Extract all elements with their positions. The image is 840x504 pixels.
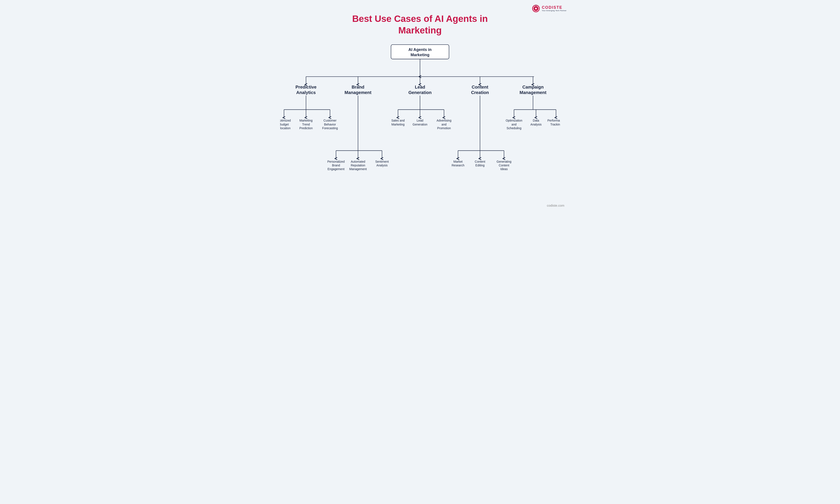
l2-trend-2: Trend (302, 123, 310, 126)
l2-editing-2: Editing (475, 164, 484, 167)
l2-optim-2: and (512, 123, 517, 126)
l2-market-1: Market (453, 160, 463, 163)
l1-brand-2: Management (344, 90, 372, 95)
root-label-line2: Marketing (411, 53, 429, 57)
l1-campaign-1: Campaign (522, 85, 543, 89)
l1-predictive-1: Predictive (296, 85, 317, 89)
l2-personalized-1: Personalized (327, 160, 344, 163)
main-title: Best Use Cases of AI Agents in Marketing (280, 13, 560, 36)
l1-content-1: Content (471, 85, 488, 89)
l1-lead-1: Lead (415, 85, 425, 89)
l2-generating-3: Ideas (500, 167, 508, 171)
logo-name: CODISTE (542, 5, 567, 10)
svg-point-2 (535, 8, 537, 10)
l2-leadgen-2: Generation (413, 123, 427, 126)
l2-automated-1: Automated (351, 160, 365, 163)
l2-behavior-2: Behavior (324, 123, 336, 126)
l1-content-2: Creation (471, 90, 489, 95)
l2-advert-2: and (442, 123, 446, 126)
l2-sales-2: Marketing (391, 123, 405, 126)
l2-behavior-3: Forecasting (322, 127, 338, 130)
l2-perf-2: Tracking (550, 123, 560, 126)
l2-personalized-2: Brand (332, 164, 340, 167)
l2-sentiment-2: Analysis (376, 164, 388, 167)
l2-personalized-3: Engagement (327, 167, 344, 171)
l2-optim-1: Optimization (506, 119, 522, 122)
l2-editing-1: Content (475, 160, 485, 163)
tree-diagram: AI Agents in Marketing Predictive Analyt… (280, 43, 560, 199)
l2-advert-3: Promotion (437, 127, 451, 130)
l2-optim-3: Scheduling (507, 127, 521, 130)
l2-sentiment-1: Sentiment (375, 160, 389, 163)
logo: CODISTE Your Emerging Tech Partner (532, 4, 567, 13)
l2-data-2: Analysis (531, 123, 542, 126)
l2-automated-3: Management (349, 167, 367, 171)
l2-generating-2: Content (499, 164, 509, 167)
l1-lead-2: Generation (408, 90, 432, 95)
l2-budget-1: Optimized (280, 119, 291, 122)
l1-predictive-2: Analytics (296, 90, 316, 95)
logo-text: CODISTE Your Emerging Tech Partner (542, 5, 567, 12)
page-wrapper: CODISTE Your Emerging Tech Partner Best … (267, 0, 573, 212)
l2-budget-3: Allocation (280, 127, 290, 130)
l2-data-1: Data (533, 119, 539, 122)
l2-trend-1: Marketing (300, 119, 312, 122)
l2-generating-1: Generating (497, 160, 512, 163)
l2-leadgen-1: Lead (417, 119, 423, 122)
l2-advert-1: Advertising (436, 119, 451, 122)
watermark: codiste.com (547, 203, 565, 207)
logo-tagline: Your Emerging Tech Partner (542, 10, 567, 12)
l1-brand-1: Brand (352, 85, 364, 89)
logo-icon (532, 4, 540, 13)
l2-budget-2: Budget (280, 123, 289, 126)
l2-market-2: Research (451, 164, 464, 167)
l2-trend-3: Prediction (299, 127, 312, 130)
root-label-line1: AI Agents in (408, 47, 432, 52)
l2-sales-1: Sales and (391, 119, 405, 122)
l1-campaign-2: Management (520, 90, 547, 95)
l2-automated-2: Reputation (351, 164, 365, 167)
l2-perf-1: Performance (547, 119, 560, 122)
l2-behavior-1: Customer (323, 119, 337, 122)
